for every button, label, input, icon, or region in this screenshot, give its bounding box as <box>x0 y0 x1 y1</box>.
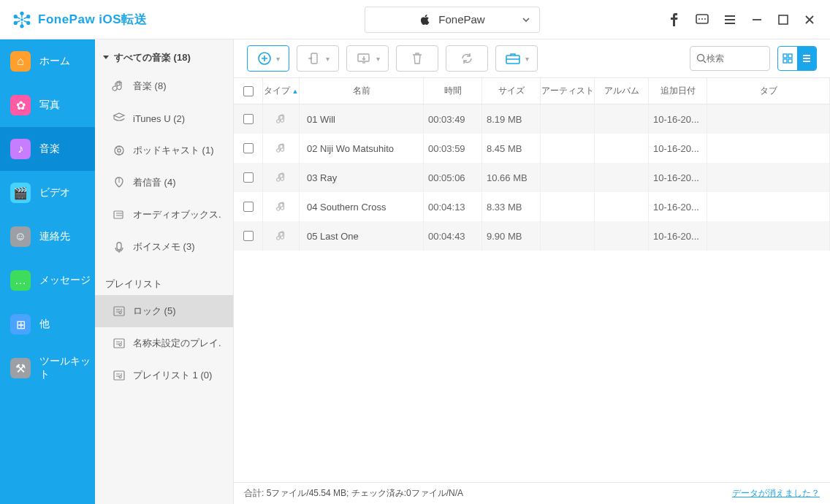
cell-tab <box>707 221 830 251</box>
tree-item[interactable]: ポッドキャスト (1) <box>95 134 233 167</box>
rail-label: 音楽 <box>39 142 60 156</box>
cell-name: 04 Southern Cross <box>300 192 424 221</box>
svg-point-3 <box>26 15 30 18</box>
svg-point-4 <box>14 20 18 24</box>
rail-item-messages[interactable]: …メッセージ <box>0 259 95 302</box>
row-checkbox[interactable] <box>234 163 263 192</box>
status-bar: 合計: 5ファイル/45.54 MB; チェック済み:0ファイル/N/A データ… <box>234 482 830 504</box>
caret-down-icon <box>102 54 110 61</box>
rail-item-video[interactable]: 🎬ビデオ <box>0 171 95 215</box>
cell-artist <box>541 134 595 163</box>
search-box[interactable] <box>690 46 770 71</box>
rail-item-other[interactable]: ⊞他 <box>0 302 95 346</box>
cell-album <box>595 134 649 163</box>
titlebar: FonePaw iOS転送 FonePaw <box>0 0 830 39</box>
tree-header[interactable]: すべての音楽 (18) <box>95 45 233 70</box>
playlist-item[interactable]: ロック (5) <box>95 295 233 327</box>
facebook-icon[interactable] <box>671 13 681 26</box>
cell-size: 8.45 MB <box>482 134 541 163</box>
col-time[interactable]: 時間 <box>424 78 482 104</box>
trash-icon <box>411 51 424 66</box>
cell-time: 00:03:59 <box>424 134 482 163</box>
col-name[interactable]: 名前 <box>300 78 424 104</box>
grid-view-button[interactable] <box>778 47 797 70</box>
rail-item-home[interactable]: ⌂ホーム <box>0 39 95 83</box>
chevron-down-icon: ▾ <box>525 55 529 63</box>
chevron-down-icon: ▾ <box>276 55 280 63</box>
category-icon <box>113 176 126 189</box>
maximize-button[interactable] <box>777 14 789 26</box>
feedback-icon[interactable] <box>696 13 709 26</box>
cell-tab <box>707 104 830 134</box>
data-missing-link[interactable]: データが消えました？ <box>732 487 820 500</box>
col-type[interactable]: タイプ▲ <box>263 78 300 104</box>
svg-point-23 <box>698 55 704 61</box>
row-checkbox[interactable] <box>234 104 263 134</box>
table-row[interactable]: 04 Southern Cross 00:04:13 8.33 MB 10-16… <box>234 192 830 221</box>
toolbox-button[interactable]: ▾ <box>495 45 538 72</box>
rail-item-contacts[interactable]: ☺連絡先 <box>0 215 95 259</box>
tree-item-label: 音楽 (8) <box>133 80 167 93</box>
content-area: ▾ ▾ ▾ ▾ <box>234 39 830 504</box>
col-size[interactable]: サイズ <box>482 78 541 104</box>
menu-icon[interactable] <box>723 13 736 26</box>
playlist-item[interactable]: 名称未設定のプレイ. <box>95 327 233 359</box>
add-button[interactable]: ▾ <box>247 45 289 72</box>
rail-label: 他 <box>39 318 50 331</box>
col-album[interactable]: アルバム <box>595 78 649 104</box>
playlist-item[interactable]: プレイリスト 1 (0) <box>95 359 233 392</box>
svg-rect-26 <box>783 59 787 63</box>
cell-time: 00:05:06 <box>424 163 482 192</box>
table-row[interactable]: 03 Ray 00:05:06 10.66 MB 10-16-20... <box>234 163 830 192</box>
row-checkbox[interactable] <box>234 134 263 163</box>
search-input[interactable] <box>707 53 764 64</box>
music-file-icon <box>263 221 300 251</box>
cell-date: 10-16-20... <box>649 192 707 221</box>
tree-item[interactable]: 音楽 (8) <box>95 70 233 102</box>
col-date[interactable]: 追加日付 <box>649 78 707 104</box>
category-icon <box>113 80 126 93</box>
table-row[interactable]: 01 Will 00:03:49 8.19 MB 10-16-20... <box>234 104 830 134</box>
cell-size: 8.33 MB <box>482 192 541 221</box>
tree-item[interactable]: iTunes U (2) <box>95 102 233 134</box>
row-checkbox[interactable] <box>234 192 263 221</box>
table-row[interactable]: 05 Last One 00:04:43 9.90 MB 10-16-20... <box>234 221 830 251</box>
rail-item-music[interactable]: ♪音楽 <box>0 127 95 171</box>
svg-rect-18 <box>114 371 124 380</box>
cell-size: 8.19 MB <box>482 104 541 134</box>
table-row[interactable]: 02 Niji Wo Matsuhito 00:03:59 8.45 MB 10… <box>234 134 830 163</box>
cell-name: 01 Will <box>300 104 424 134</box>
rail-item-toolkit[interactable]: ⚒ツールキット <box>0 346 95 390</box>
playlist-label: 名称未設定のプレイ. <box>133 337 221 350</box>
delete-button[interactable] <box>396 45 438 72</box>
select-all-checkbox[interactable] <box>234 78 263 104</box>
svg-point-2 <box>14 15 18 18</box>
tree-item[interactable]: ボイスメモ (3) <box>95 231 233 263</box>
cell-artist <box>541 104 595 134</box>
list-view-button[interactable] <box>797 47 816 70</box>
tree-item[interactable]: 着信音 (4) <box>95 167 233 199</box>
music-file-icon <box>263 163 300 192</box>
cell-time: 00:04:13 <box>424 192 482 221</box>
file-table: タイプ▲ 名前 時間 サイズ アーティスト アルバム 追加日付 タブ 01 Wi… <box>234 77 830 482</box>
export-to-device-button[interactable]: ▾ <box>297 45 339 72</box>
tree-item[interactable]: オーディオブックス. <box>95 199 233 231</box>
rail-item-photos[interactable]: ✿写真 <box>0 83 95 127</box>
refresh-button[interactable] <box>446 45 488 72</box>
grid-icon <box>783 53 793 64</box>
device-dropdown[interactable]: FonePaw <box>365 7 540 33</box>
chevron-down-icon: ▾ <box>326 55 330 63</box>
contacts-icon: ☺ <box>10 226 31 247</box>
svg-rect-27 <box>788 59 792 63</box>
music-file-icon <box>263 134 300 163</box>
col-tab[interactable]: タブ <box>707 78 830 104</box>
table-header: タイプ▲ 名前 時間 サイズ アーティスト アルバム 追加日付 タブ <box>234 78 830 104</box>
export-to-pc-button[interactable]: ▾ <box>346 45 389 72</box>
photos-icon: ✿ <box>10 95 31 115</box>
minimize-button[interactable] <box>751 14 763 26</box>
col-artist[interactable]: アーティスト <box>541 78 595 104</box>
close-button[interactable] <box>804 14 815 26</box>
row-checkbox[interactable] <box>234 221 263 251</box>
search-icon <box>696 53 707 64</box>
other-icon: ⊞ <box>10 314 31 335</box>
